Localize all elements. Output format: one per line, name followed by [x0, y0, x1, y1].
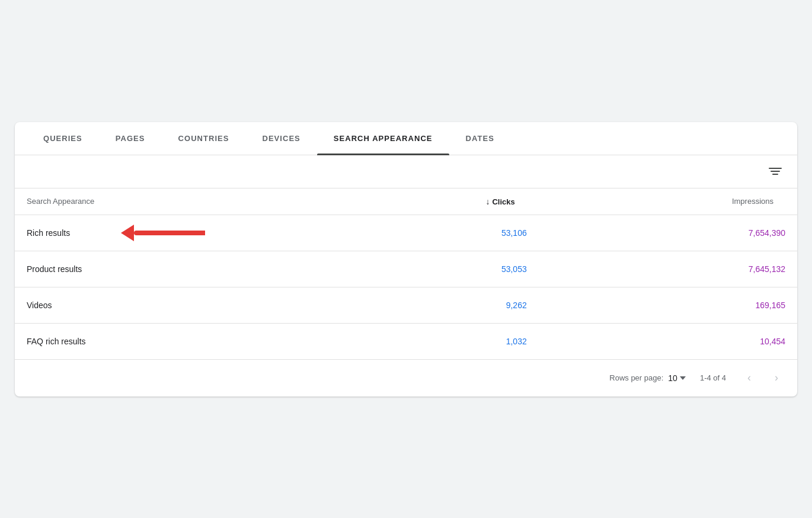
col-header-name: Search Appearance: [15, 188, 321, 215]
filter-icon[interactable]: [765, 164, 785, 178]
row-name-0: Rich results: [15, 215, 321, 251]
filter-bar: [15, 155, 797, 188]
col-header-impressions: Impressions: [539, 188, 797, 215]
row-impressions-1: 7,645,132: [539, 251, 797, 287]
page-range: 1-4 of 4: [700, 373, 726, 382]
rows-per-page-select[interactable]: 10: [668, 373, 686, 383]
row-clicks-0: 53,106: [321, 215, 539, 251]
tab-pages[interactable]: PAGES: [99, 122, 162, 155]
row-name-2: Videos: [15, 287, 321, 323]
tab-search-appearance[interactable]: SEARCH APPEARANCE: [317, 122, 449, 155]
main-card: QUERIESPAGESCOUNTRIESDEVICESSEARCH APPEA…: [15, 122, 797, 397]
tab-queries[interactable]: QUERIES: [27, 122, 99, 155]
tab-devices[interactable]: DEVICES: [245, 122, 317, 155]
row-impressions-0: 7,654,390: [539, 215, 797, 251]
row-name-3: FAQ rich results: [15, 323, 321, 359]
arrow-body: [134, 231, 205, 235]
row-clicks-1: 53,053: [321, 251, 539, 287]
previous-page-button[interactable]: ‹: [740, 369, 758, 387]
rows-per-page-label: Rows per page:: [609, 373, 663, 382]
tab-dates[interactable]: DATES: [449, 122, 511, 155]
col-header-clicks[interactable]: ↓Clicks: [321, 188, 539, 215]
pagination-bar: Rows per page: 10 1-4 of 4 ‹ ›: [15, 359, 797, 397]
row-name-1: Product results: [15, 251, 321, 287]
annotation-arrow: [122, 225, 205, 241]
rows-per-page-value: 10: [668, 373, 677, 383]
table-row: Videos9,262169,165: [15, 287, 797, 323]
table-row: FAQ rich results1,03210,454: [15, 323, 797, 359]
next-page-button[interactable]: ›: [768, 369, 785, 387]
tab-countries[interactable]: COUNTRIES: [162, 122, 246, 155]
row-clicks-3: 1,032: [321, 323, 539, 359]
rows-per-page: Rows per page: 10: [609, 373, 686, 383]
row-clicks-2: 9,262: [321, 287, 539, 323]
row-impressions-2: 169,165: [539, 287, 797, 323]
sort-arrow-icon: ↓: [485, 197, 490, 206]
arrow-head: [121, 225, 134, 241]
dropdown-arrow-icon: [680, 376, 686, 380]
data-table: Search Appearance ↓Clicks Impressions Ri…: [15, 188, 797, 359]
table-header-row: Search Appearance ↓Clicks Impressions: [15, 188, 797, 215]
table-row: Product results53,0537,645,132: [15, 251, 797, 287]
row-impressions-3: 10,454: [539, 323, 797, 359]
table-row: Rich results53,1067,654,390: [15, 215, 797, 251]
tab-navigation: QUERIESPAGESCOUNTRIESDEVICESSEARCH APPEA…: [15, 122, 797, 155]
